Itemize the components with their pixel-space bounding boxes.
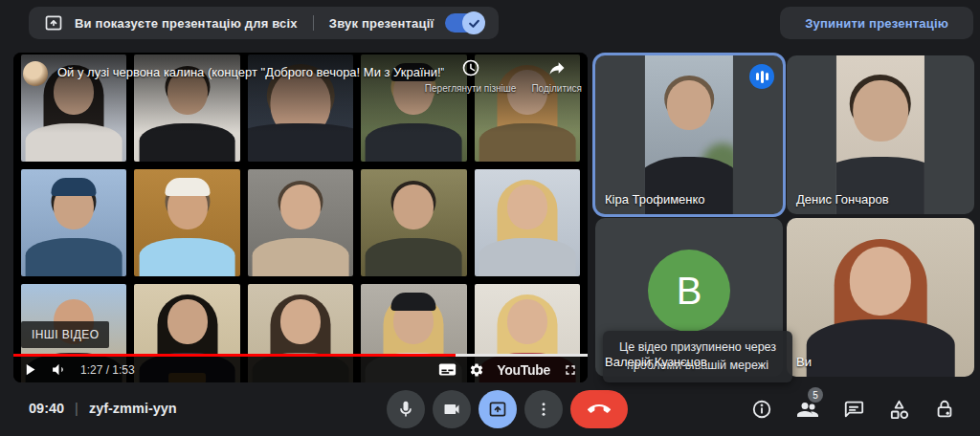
person-shape — [479, 238, 575, 276]
person-shape — [52, 178, 97, 196]
speaking-indicator-icon — [749, 64, 774, 89]
camera-button[interactable] — [433, 390, 471, 428]
person-shape — [26, 238, 122, 276]
youtube-controls-bar: 1:27 / 1:53 YouTube — [13, 357, 588, 382]
video-grid-singer-10 — [475, 169, 580, 276]
person-shape — [667, 80, 711, 130]
present-to-all-icon — [44, 13, 63, 33]
participant-tile-you[interactable]: Ви — [787, 218, 974, 377]
avatar-initial: В — [648, 250, 730, 332]
present-button-active[interactable] — [479, 390, 517, 428]
participant-name: Денис Гончаров — [796, 192, 889, 207]
presentation-sound-label: Звук презентації — [329, 16, 434, 31]
toggle-check-icon — [462, 11, 485, 34]
more-options-button[interactable] — [524, 390, 563, 428]
person-shape — [280, 299, 321, 344]
video-title[interactable]: Ой у лузі червона калина (концерт "Добро… — [57, 65, 444, 79]
person-shape — [366, 238, 462, 276]
divider — [313, 15, 314, 31]
person-shape — [507, 185, 547, 229]
person-shape — [807, 319, 955, 377]
youtube-logo[interactable]: YouTube — [497, 362, 550, 378]
presented-youtube-player[interactable]: Ой у лузі червона калина (концерт "Добро… — [13, 53, 588, 382]
meeting-info: 09:40 | zyf-zmmi-yyn — [29, 401, 177, 416]
share-button[interactable]: Поділитися — [531, 58, 582, 94]
people-button[interactable]: 5 — [796, 398, 819, 421]
participants-count-badge: 5 — [808, 387, 823, 403]
presenting-banner: Ви показуєте презентацію для всіх Звук п… — [29, 7, 499, 39]
watch-later-button[interactable]: Переглянути пізніше — [425, 58, 517, 94]
youtube-overlay-actions: Переглянути пізніше Поділитися — [425, 58, 582, 94]
google-meet-window: Ви показуєте презентацію для всіх Звук п… — [0, 0, 980, 436]
info-button[interactable] — [751, 399, 772, 420]
person-shape — [393, 185, 434, 229]
participant-name: Валерій Кузнєцов — [605, 355, 707, 369]
fullscreen-icon[interactable] — [563, 362, 578, 378]
person-shape — [167, 299, 208, 344]
call-controls — [387, 390, 628, 428]
video-grid-singer-8 — [248, 169, 353, 276]
stop-presentation-button[interactable]: Зупинити презентацію — [780, 7, 973, 39]
portrait-video — [645, 55, 733, 214]
person-shape — [391, 293, 436, 311]
share-icon — [547, 58, 567, 81]
person-shape — [853, 80, 908, 142]
channel-avatar[interactable] — [23, 61, 48, 86]
divider: | — [75, 401, 78, 416]
person-shape — [253, 238, 349, 276]
youtube-title-overlay: Ой у лузі червона калина (концерт "Добро… — [13, 53, 588, 133]
video-grid-singer-9 — [361, 169, 466, 276]
participant-name: Кіра Трофименко — [605, 192, 705, 207]
participant-tile-denys[interactable]: Денис Гончаров — [787, 55, 974, 214]
activities-button[interactable] — [888, 399, 910, 421]
end-call-button[interactable] — [570, 390, 628, 428]
presenting-text: Ви показуєте презентацію для всіх — [75, 16, 298, 31]
video-grid-singer-7 — [134, 169, 239, 276]
volume-button[interactable] — [51, 361, 67, 378]
participant-name: Ви — [796, 355, 812, 369]
video-time: 1:27 / 1:53 — [80, 363, 135, 377]
video-grid-singer-6 — [21, 169, 126, 276]
play-button[interactable] — [23, 362, 37, 377]
other-videos-button[interactable]: ІНШІ ВІДЕО — [21, 321, 109, 348]
person-shape — [139, 238, 235, 276]
portrait-video — [836, 55, 924, 214]
meeting-side-icons: 5 — [751, 398, 955, 421]
microphone-button[interactable] — [387, 390, 425, 428]
watch-later-icon — [461, 58, 480, 81]
person-shape — [850, 247, 911, 316]
presentation-sound-toggle[interactable] — [445, 13, 483, 33]
person-shape — [507, 299, 547, 344]
meeting-code: zyf-zmmi-yyn — [89, 401, 177, 416]
participant-tile-kira[interactable]: Кіра Трофименко — [595, 55, 783, 214]
person-shape — [280, 185, 321, 229]
subtitles-icon[interactable] — [438, 362, 457, 377]
clock: 09:40 — [29, 401, 64, 416]
full-video — [787, 218, 974, 377]
chat-button[interactable] — [843, 399, 864, 420]
host-controls-button[interactable] — [934, 399, 955, 420]
person-shape — [165, 178, 210, 196]
settings-gear-icon[interactable] — [469, 362, 484, 378]
